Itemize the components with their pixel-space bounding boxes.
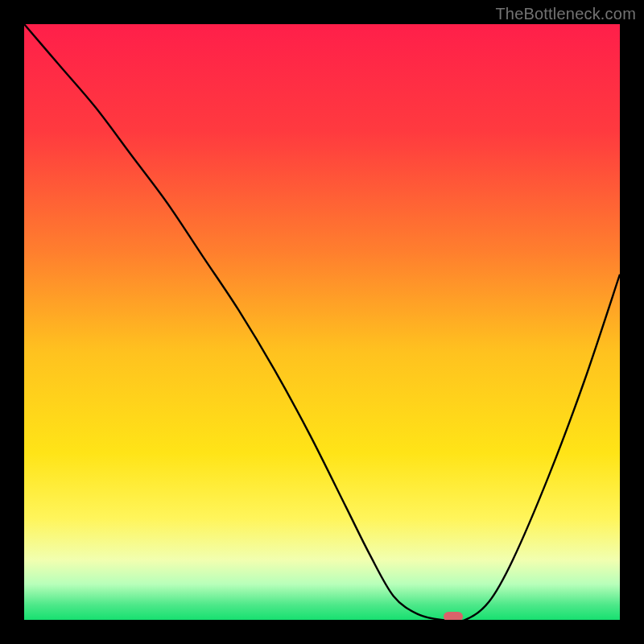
plot-area	[24, 24, 620, 620]
optimal-marker	[444, 612, 463, 620]
watermark-text: TheBottleneck.com	[495, 5, 636, 23]
chart-frame: TheBottleneck.com	[0, 0, 644, 644]
bottleneck-curve	[24, 24, 620, 620]
